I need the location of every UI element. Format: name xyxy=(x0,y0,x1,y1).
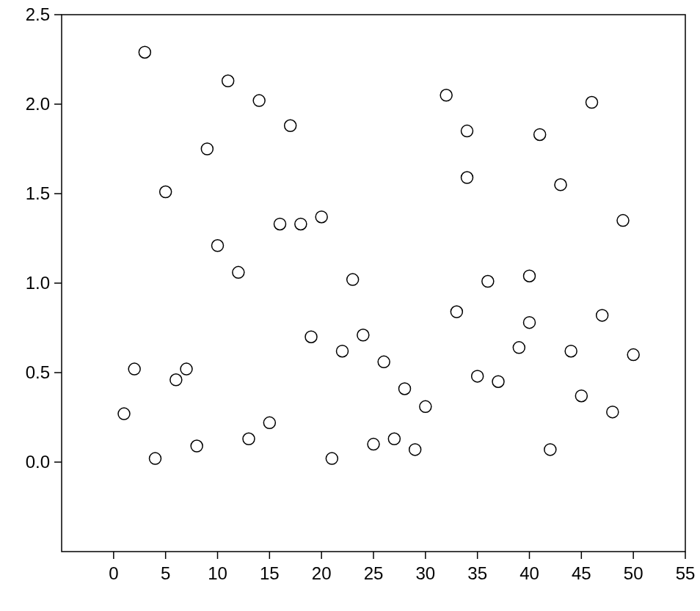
x-tick-label: 10 xyxy=(208,563,227,583)
data-point xyxy=(139,46,150,58)
data-point xyxy=(150,453,161,464)
data-point xyxy=(409,444,421,455)
data-point xyxy=(513,342,525,354)
data-point xyxy=(191,440,203,452)
x-tick-label: 20 xyxy=(312,563,332,583)
data-point xyxy=(305,331,317,343)
data-point xyxy=(575,390,587,402)
x-axis-ticks: 0510152025303540455055 xyxy=(109,552,695,583)
y-tick-label: 1.0 xyxy=(26,273,50,293)
data-point xyxy=(212,240,224,252)
data-point xyxy=(420,400,431,412)
data-point xyxy=(524,317,536,329)
y-axis-ticks: 0.00.51.01.52.02.5 xyxy=(26,4,62,472)
x-tick-label: 15 xyxy=(260,563,280,583)
data-point xyxy=(263,417,275,428)
x-tick-label: 40 xyxy=(519,563,539,583)
data-point xyxy=(160,186,172,198)
data-point xyxy=(378,356,390,367)
data-point xyxy=(555,179,566,191)
x-tick-label: 45 xyxy=(572,563,591,583)
plot-border xyxy=(62,15,685,552)
data-point xyxy=(233,266,244,278)
data-point xyxy=(399,383,411,395)
data-point xyxy=(440,89,452,101)
data-point xyxy=(274,218,286,230)
data-point xyxy=(586,97,598,109)
data-point xyxy=(607,406,619,418)
scatter-chart: 0510152025303540455055 0.00.51.01.52.02.… xyxy=(0,0,700,611)
x-tick-label: 5 xyxy=(161,563,170,583)
data-point xyxy=(534,128,546,140)
data-point xyxy=(492,376,504,387)
data-point xyxy=(617,215,629,227)
data-point xyxy=(347,274,359,285)
data-points xyxy=(118,46,639,464)
data-point xyxy=(316,211,327,223)
data-point xyxy=(222,75,234,87)
data-point xyxy=(128,363,140,375)
data-point xyxy=(285,120,296,131)
data-point xyxy=(368,439,379,450)
data-point xyxy=(462,172,473,183)
data-point xyxy=(170,374,182,386)
data-point xyxy=(462,125,473,137)
data-point xyxy=(388,433,400,444)
data-point xyxy=(243,433,255,444)
data-point xyxy=(201,143,213,155)
y-tick-label: 2.5 xyxy=(26,4,50,24)
y-tick-label: 2.0 xyxy=(26,94,50,114)
x-tick-label: 35 xyxy=(467,563,487,583)
y-tick-label: 1.5 xyxy=(26,183,50,203)
data-point xyxy=(295,218,307,230)
y-tick-label: 0.0 xyxy=(26,452,50,472)
data-point xyxy=(181,363,192,375)
data-point xyxy=(544,444,556,455)
data-point xyxy=(597,310,608,321)
data-point xyxy=(472,370,484,382)
data-point xyxy=(524,270,536,282)
x-tick-label: 55 xyxy=(676,563,696,583)
data-point xyxy=(253,95,265,106)
data-point xyxy=(565,345,577,357)
x-tick-label: 30 xyxy=(415,563,435,583)
data-point xyxy=(118,408,130,420)
data-point xyxy=(357,329,369,341)
y-tick-label: 0.5 xyxy=(26,362,50,382)
x-tick-label: 50 xyxy=(624,563,644,583)
data-point xyxy=(451,306,462,318)
data-point xyxy=(482,276,494,288)
chart-svg: 0510152025303540455055 0.00.51.01.52.02.… xyxy=(0,0,700,611)
x-tick-label: 25 xyxy=(364,563,384,583)
data-point xyxy=(627,349,639,361)
x-tick-label: 0 xyxy=(109,563,118,583)
data-point xyxy=(326,453,338,464)
data-point xyxy=(337,345,349,357)
